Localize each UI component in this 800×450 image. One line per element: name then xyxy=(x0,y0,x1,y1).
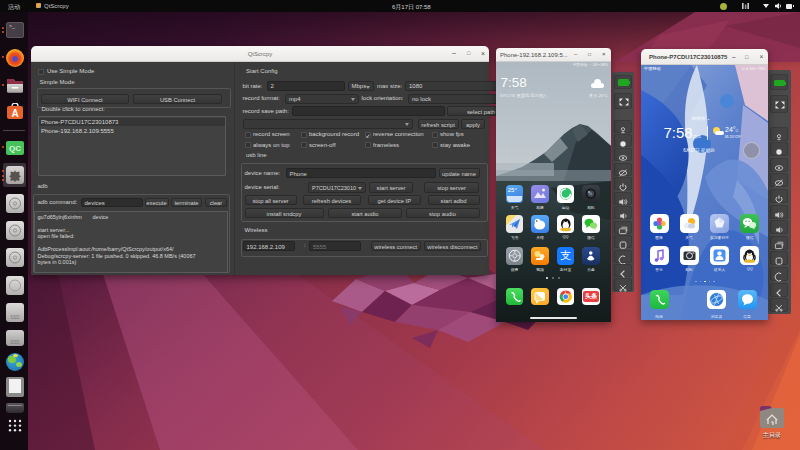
svg-text:A: A xyxy=(11,108,18,119)
